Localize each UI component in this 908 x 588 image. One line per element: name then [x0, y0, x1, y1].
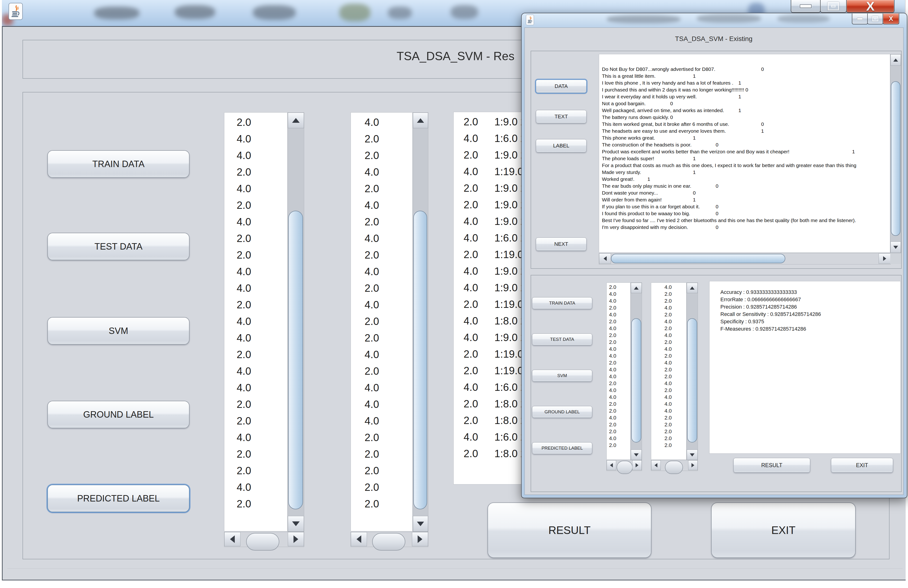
ground-label-item[interactable]: 2.0: [607, 421, 630, 428]
ground-label-item[interactable]: 4.0: [224, 330, 287, 346]
hscroll-thumb[interactable]: [617, 461, 633, 474]
predicted-label-item[interactable]: 4.0: [351, 412, 412, 429]
scroll-up-button[interactable]: [687, 283, 698, 293]
ground-label-item[interactable]: 2.0: [224, 296, 287, 313]
predicted-label-item[interactable]: 2.0: [351, 330, 412, 346]
ground-label-item[interactable]: 2.0: [224, 114, 287, 130]
predicted-label-item[interactable]: 2.0: [651, 421, 686, 428]
vscroll-thumb[interactable]: [891, 81, 900, 236]
result-button[interactable]: RESULT: [488, 503, 652, 558]
predicted-label-item[interactable]: 2.0: [351, 247, 412, 263]
ground-label-item[interactable]: 2.0: [224, 496, 287, 512]
hscroll-thumb[interactable]: [372, 533, 405, 551]
text-button[interactable]: TEXT: [536, 110, 586, 123]
ground-label-item[interactable]: 4.0: [607, 414, 630, 421]
textarea-vscrollbar[interactable]: [890, 54, 901, 253]
scroll-down-button[interactable]: [413, 516, 428, 532]
ground-label-item[interactable]: 4.0: [224, 313, 287, 330]
review-textarea[interactable]: Do Not Buy for D807...wrongly advertised…: [599, 54, 890, 253]
predicted-label-item[interactable]: 2.0: [651, 366, 686, 373]
predicted-label-item[interactable]: 4.0: [351, 396, 412, 412]
predicted-label-item[interactable]: 2.0: [351, 446, 412, 462]
ground-label-list-small[interactable]: 2.04.04.02.04.02.04.02.02.04.04.02.04.04…: [607, 282, 631, 460]
scroll-left-button[interactable]: [607, 460, 616, 470]
ground-label-item[interactable]: 2.0: [607, 304, 630, 311]
ground-list-hscrollbar[interactable]: [224, 532, 304, 547]
ground-label-item[interactable]: 4.0: [224, 479, 287, 496]
ground-label-item[interactable]: 4.0: [224, 363, 287, 379]
hscroll-thumb[interactable]: [246, 533, 279, 551]
predicted-label-item[interactable]: 2.0: [651, 290, 686, 298]
predicted-label-item[interactable]: 4.0: [651, 284, 686, 290]
predicted-label-item[interactable]: 4.0: [651, 380, 686, 387]
ground-label-item[interactable]: 4.0: [224, 180, 287, 197]
ground-label-item[interactable]: 2.0: [224, 247, 287, 263]
predicted-label-item[interactable]: 2.0: [351, 280, 412, 296]
predicted-label-item[interactable]: 2.0: [651, 311, 686, 318]
next-button[interactable]: NEXT: [536, 237, 586, 251]
ground-label-item[interactable]: 2.0: [224, 230, 287, 247]
exit-button[interactable]: EXIT: [711, 503, 856, 558]
predicted-label-item[interactable]: 4.0: [651, 346, 686, 353]
close-button[interactable]: X: [846, 0, 895, 13]
predicted-label-item[interactable]: 4.0: [651, 332, 686, 339]
ground-label-button[interactable]: GROUND LABEL: [47, 401, 190, 428]
ground-label-item[interactable]: 2.0: [607, 408, 630, 414]
predicted-label-item[interactable]: 2.0: [651, 325, 686, 332]
predicted-label-item[interactable]: 2.0: [651, 435, 686, 442]
ground-label-item[interactable]: 4.0: [224, 280, 287, 296]
predicted-label-item[interactable]: 4.0: [351, 230, 412, 247]
ground-label-item[interactable]: 4.0: [607, 387, 630, 394]
vscroll-thumb[interactable]: [288, 211, 303, 509]
predicted-label-item[interactable]: 4.0: [351, 263, 412, 280]
ground-label-item[interactable]: 4.0: [607, 394, 630, 401]
ground-label-item[interactable]: 4.0: [224, 214, 287, 230]
predicted-label-item[interactable]: 2.0: [651, 428, 686, 435]
ground-label-item[interactable]: 4.0: [607, 290, 630, 298]
train-data-button-small[interactable]: TRAIN DATA: [532, 297, 592, 309]
vscroll-thumb[interactable]: [631, 318, 641, 443]
predicted-label-item[interactable]: 2.0: [351, 180, 412, 197]
close-button[interactable]: X: [883, 13, 899, 24]
predicted-label-item[interactable]: 2.0: [651, 298, 686, 304]
predicted-label-list-small[interactable]: 4.02.02.04.02.04.02.04.02.04.02.04.02.02…: [651, 282, 686, 460]
predicted-label-item[interactable]: 4.0: [651, 359, 686, 366]
predicted-label-item[interactable]: 2.0: [351, 496, 412, 512]
scroll-up-button[interactable]: [631, 283, 642, 293]
predicted-label-item[interactable]: 2.0: [351, 429, 412, 446]
ground-label-item[interactable]: 2.0: [224, 462, 287, 479]
label-button[interactable]: LABEL: [536, 139, 586, 152]
svm-button-small[interactable]: SVM: [532, 370, 592, 382]
exit-button-small[interactable]: EXIT: [831, 458, 893, 473]
predicted-label-item[interactable]: 4.0: [351, 346, 412, 363]
predicted-label-item[interactable]: 2.0: [351, 462, 412, 479]
maximize-button[interactable]: [820, 0, 847, 13]
textarea-hscrollbar[interactable]: [599, 253, 891, 264]
maximize-button[interactable]: [867, 13, 883, 24]
predicted-label-item[interactable]: 4.0: [351, 197, 412, 214]
small-list-vscrollbar[interactable]: [686, 282, 698, 460]
small-list-vscrollbar[interactable]: [631, 282, 642, 460]
predicted-label-item[interactable]: 4.0: [351, 296, 412, 313]
small-list-hscrollbar[interactable]: [607, 460, 642, 471]
hscroll-thumb[interactable]: [665, 461, 683, 474]
scroll-down-button[interactable]: [687, 449, 698, 460]
scroll-up-button[interactable]: [288, 113, 304, 128]
test-data-button[interactable]: TEST DATA: [47, 233, 190, 260]
ground-label-item[interactable]: 2.0: [607, 284, 630, 290]
ground-label-item[interactable]: 2.0: [607, 359, 630, 366]
vscroll-thumb[interactable]: [687, 318, 697, 443]
predicted-label-item[interactable]: 2.0: [651, 373, 686, 380]
ground-label-button-small[interactable]: GROUND LABEL: [532, 406, 592, 418]
scroll-up-button[interactable]: [413, 113, 428, 128]
ground-label-item[interactable]: 2.0: [224, 412, 287, 429]
scroll-up-button[interactable]: [890, 54, 901, 66]
predicted-label-item[interactable]: 2.0: [351, 363, 412, 379]
scroll-right-button[interactable]: [688, 460, 698, 470]
ground-label-item[interactable]: 2.0: [607, 442, 630, 449]
ground-label-item[interactable]: 2.0: [224, 396, 287, 412]
predicted-label-item[interactable]: 2.0: [651, 387, 686, 394]
predicted-label-item[interactable]: 4.0: [651, 304, 686, 311]
ground-label-item[interactable]: 4.0: [607, 298, 630, 304]
predicted-label-item[interactable]: 4.0: [351, 379, 412, 396]
